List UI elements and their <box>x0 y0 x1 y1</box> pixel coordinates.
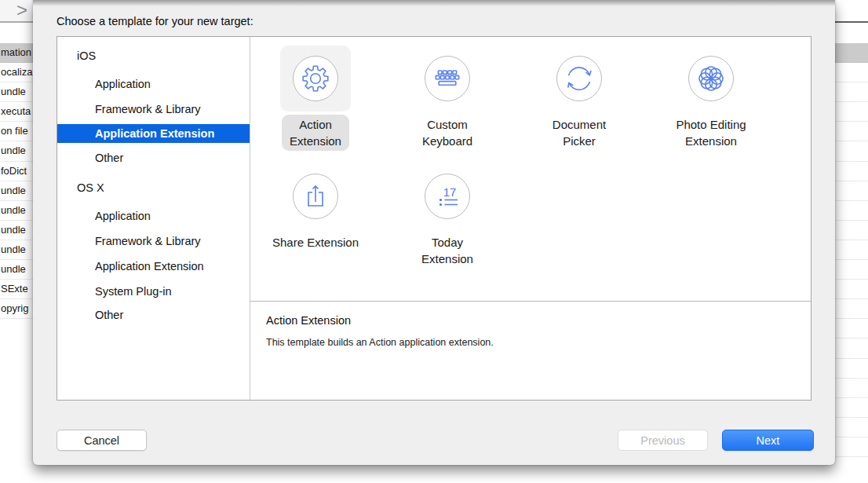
template-label: Action Extension <box>282 115 349 151</box>
description-title: Action Extension <box>266 314 795 327</box>
photos-flower-icon <box>688 56 734 101</box>
cancel-button[interactable]: Cancel <box>57 430 147 451</box>
sidebar-item-osx-other[interactable]: Other <box>57 306 250 324</box>
table-row: foDict <box>0 162 33 181</box>
row-text: undle <box>1 185 26 196</box>
next-button[interactable]: Next <box>722 430 814 451</box>
template-tile-share-extension[interactable]: Share Extension <box>257 163 374 252</box>
description-pane: Action Extension This template builds an… <box>250 302 811 400</box>
sidebar-item-ios-application-extension[interactable]: Application Extension <box>57 124 250 143</box>
table-row <box>835 102 868 122</box>
sidebar-item-osx-application-extension[interactable]: Application Extension <box>57 257 250 276</box>
row-text: on file <box>1 125 28 137</box>
table-row <box>835 181 868 201</box>
table-row: SExte <box>0 280 33 299</box>
table-row <box>835 319 868 338</box>
row-text: undle <box>1 86 26 97</box>
template-tile-custom-keyboard[interactable]: Custom Keyboard <box>388 46 506 151</box>
sidebar-item-ios-other[interactable]: Other <box>57 148 250 167</box>
new-target-dialog: Choose a template for your new target: i… <box>33 0 835 465</box>
tile-icon-area: 17 <box>412 163 483 229</box>
row-text: undle <box>1 204 26 216</box>
table-row <box>835 379 868 398</box>
sidebar-item-osx-system-plug-in[interactable]: System Plug-in <box>57 282 250 301</box>
table-row <box>835 82 868 102</box>
row-text: undle <box>1 243 26 255</box>
share-icon <box>293 174 338 219</box>
template-label: Today Extension <box>414 232 481 269</box>
table-row <box>835 201 868 221</box>
row-text: SExte <box>1 283 28 295</box>
table-row <box>835 240 868 260</box>
label-line: Custom <box>427 118 468 131</box>
table-row <box>835 43 868 63</box>
background-window-left: > mation ocaliza undle xecuta on file un… <box>0 0 33 483</box>
row-text: xecuta <box>1 105 31 117</box>
description-body: This template builds an Action applicati… <box>266 337 795 348</box>
template-tile-today-extension[interactable]: 17 Today Extension <box>388 163 506 269</box>
label-line: Today <box>432 236 463 249</box>
tile-icon-area <box>280 163 351 229</box>
tile-icon-area <box>676 46 746 112</box>
sidebar-item-ios-framework-library[interactable]: Framework & Library <box>57 100 250 119</box>
toolbar-edge <box>835 0 868 23</box>
template-tile-document-picker[interactable]: Document Picker <box>520 46 638 151</box>
label-line: Extension <box>421 252 473 265</box>
plist-table-right <box>835 43 868 457</box>
template-label: Photo Editing Extension <box>668 115 753 151</box>
row-text: undle <box>1 263 26 275</box>
sync-arrows-icon <box>556 56 602 101</box>
table-row: undle <box>0 201 33 221</box>
gear-icon <box>293 56 338 101</box>
sidebar-section-osx: OS X <box>57 178 250 197</box>
category-sidebar: iOS Application Framework & Library Appl… <box>57 37 250 400</box>
table-row: opyrig <box>0 299 33 319</box>
background-window-right <box>835 0 868 483</box>
tile-icon-area <box>544 46 615 112</box>
screen: > mation ocaliza undle xecuta on file un… <box>0 0 868 483</box>
label-line: Picker <box>563 134 596 148</box>
selected-tile-background <box>280 46 351 112</box>
table-row: undle <box>0 260 33 280</box>
table-row: undle <box>0 82 33 102</box>
template-chooser: iOS Application Framework & Library Appl… <box>57 36 811 401</box>
table-row: undle <box>0 141 33 161</box>
table-row <box>835 398 868 418</box>
template-label: Share Extension <box>264 232 367 252</box>
sidebar-item-osx-application[interactable]: Application <box>57 207 250 225</box>
template-label: Custom Keyboard <box>414 115 480 151</box>
label-line: Share Extension <box>272 236 359 249</box>
plist-table-left: mation ocaliza undle xecuta on file undl… <box>0 43 33 319</box>
table-row: on file <box>0 122 33 141</box>
label-line: Extension <box>290 134 341 148</box>
table-row: undle <box>0 240 33 260</box>
label-line: Document <box>553 118 606 131</box>
table-row <box>835 141 868 161</box>
table-row <box>835 162 868 181</box>
table-row <box>835 359 868 379</box>
sidebar-item-osx-framework-library[interactable]: Framework & Library <box>57 232 250 251</box>
label-line: Extension <box>685 134 737 148</box>
tile-icon-area <box>412 46 483 112</box>
table-row: undle <box>0 181 33 201</box>
row-text: ocaliza <box>1 66 32 78</box>
chevron-right-icon[interactable]: > <box>16 0 27 21</box>
row-text: mation <box>1 46 31 58</box>
template-tile-action-extension[interactable]: Action Extension <box>257 46 374 151</box>
table-row <box>835 437 868 457</box>
table-row <box>835 260 868 280</box>
label-line: Keyboard <box>422 134 472 148</box>
table-row: mation <box>0 43 33 63</box>
template-tile-photo-editing-extension[interactable]: Photo Editing Extension <box>652 46 770 151</box>
table-row <box>835 63 868 82</box>
template-label: Document Picker <box>545 115 614 151</box>
table-row <box>835 221 868 240</box>
label-line: Action <box>299 118 332 131</box>
label-line: Photo Editing <box>676 118 746 131</box>
table-row <box>835 280 868 299</box>
sidebar-item-ios-application[interactable]: Application <box>57 75 250 93</box>
table-row: xecuta <box>0 102 33 122</box>
table-row <box>835 299 868 319</box>
calendar-today-icon: 17 <box>425 174 470 219</box>
table-row: undle <box>0 221 33 240</box>
